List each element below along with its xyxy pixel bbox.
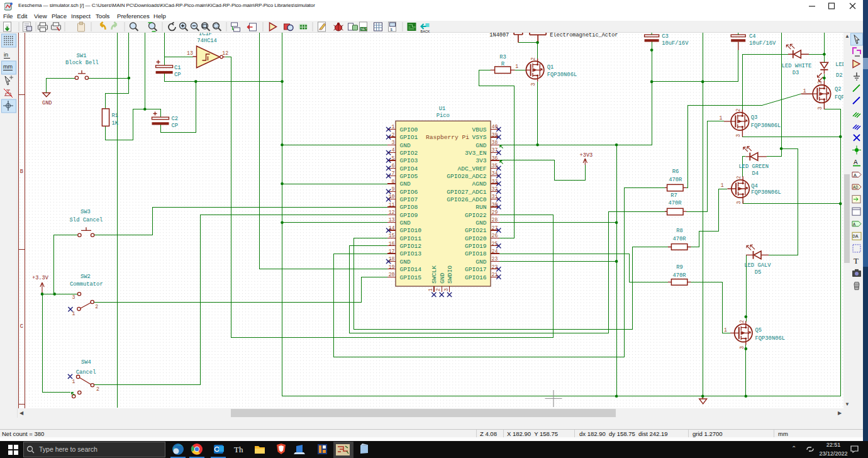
svg-text:GPIO0: GPIO0 — [400, 126, 418, 133]
svg-text:5: 5 — [392, 155, 395, 161]
svg-text:2: 2 — [96, 386, 99, 392]
svg-text:25: 25 — [492, 241, 498, 247]
svg-text:Q3: Q3 — [751, 114, 758, 121]
svg-text:20: 20 — [389, 272, 395, 277]
svg-text:18: 18 — [389, 256, 395, 262]
svg-text:B: B — [20, 169, 23, 175]
svg-text:3: 3 — [739, 346, 745, 349]
svg-text:3: 3 — [735, 134, 741, 137]
svg-text:IC1F: IC1F — [199, 33, 212, 37]
svg-text:CP: CP — [174, 72, 181, 78]
svg-text:470R: 470R — [669, 177, 682, 183]
svg-text:3: 3 — [817, 107, 823, 110]
svg-text:26: 26 — [492, 233, 498, 238]
svg-text:Q4: Q4 — [751, 183, 758, 189]
svg-text:R8: R8 — [676, 228, 683, 234]
svg-text:36: 36 — [492, 155, 498, 161]
svg-text:19: 19 — [389, 264, 395, 270]
svg-text:13: 13 — [389, 217, 395, 223]
svg-text:2: 2 — [392, 132, 395, 138]
svg-text:GPIO13: GPIO13 — [400, 250, 422, 257]
svg-text:1: 1 — [721, 182, 724, 188]
svg-text:30: 30 — [492, 202, 498, 208]
svg-text:39: 39 — [492, 132, 498, 138]
svg-text:GND: GND — [476, 142, 487, 149]
svg-text:1: 1 — [803, 88, 806, 94]
svg-text:D2: D2 — [836, 72, 843, 79]
svg-text:14: 14 — [389, 225, 395, 231]
svg-text:R9: R9 — [676, 264, 683, 271]
svg-text:2: 2 — [95, 304, 98, 310]
svg-text:Th: Th — [234, 445, 243, 454]
svg-text:29: 29 — [492, 209, 498, 215]
svg-text:7: 7 — [392, 170, 395, 176]
svg-text:FQP30N06L: FQP30N06L — [547, 72, 577, 78]
svg-text:DA: DA — [852, 233, 859, 239]
svg-text:6: 6 — [392, 163, 395, 169]
svg-text:Block Bell: Block Bell — [65, 60, 99, 66]
svg-text:22: 22 — [492, 264, 498, 270]
svg-text:+3.3V: +3.3V — [32, 275, 49, 281]
svg-text:VBUS: VBUS — [472, 126, 486, 133]
svg-text:Sld Cancel: Sld Cancel — [70, 217, 103, 223]
svg-text:GPIO14: GPIO14 — [400, 266, 422, 273]
svg-text:SWCLK: SWCLK — [431, 265, 438, 284]
svg-text:GPIO22: GPIO22 — [465, 212, 487, 219]
svg-text:T: T — [854, 256, 859, 265]
svg-text:470R: 470R — [672, 272, 686, 279]
svg-text:AGND: AGND — [472, 181, 486, 187]
svg-text:GPIO20: GPIO20 — [465, 235, 487, 242]
svg-text:SW2: SW2 — [81, 274, 91, 280]
svg-text:GPIO11: GPIO11 — [400, 235, 422, 242]
svg-text:GPIO12: GPIO12 — [400, 243, 422, 250]
svg-text:GPIO26_ADC0: GPIO26_ADC0 — [447, 196, 487, 203]
svg-text:10: 10 — [389, 194, 395, 199]
svg-text:FQP30N06L: FQP30N06L — [755, 335, 786, 342]
svg-text:37: 37 — [492, 147, 498, 153]
svg-text:FQP30N06L: FQP30N06L — [751, 123, 781, 129]
svg-text:3V3_EN: 3V3_EN — [465, 150, 487, 157]
svg-text:17: 17 — [389, 249, 395, 254]
svg-text:GPIO7: GPIO7 — [400, 196, 418, 203]
svg-text:VSYS: VSYS — [472, 134, 486, 141]
svg-text:GPIO4: GPIO4 — [400, 165, 418, 172]
svg-text:16: 16 — [389, 241, 395, 247]
svg-text:GPIO21: GPIO21 — [465, 227, 487, 234]
svg-text:LED WHITE: LED WHITE — [782, 63, 812, 69]
svg-text:R3: R3 — [499, 54, 506, 60]
svg-text:R1: R1 — [112, 113, 119, 119]
svg-text:GPIO18: GPIO18 — [465, 250, 487, 257]
svg-text:GPIO9: GPIO9 — [400, 212, 418, 219]
svg-text:GPIO5: GPIO5 — [400, 173, 418, 180]
svg-text:1: 1 — [720, 115, 723, 121]
svg-text:D5: D5 — [755, 269, 762, 276]
svg-text:R: R — [501, 61, 505, 67]
svg-text:R6: R6 — [672, 169, 679, 175]
svg-text:3: 3 — [736, 201, 742, 204]
svg-text:Raspberry Pi: Raspberry Pi — [426, 134, 469, 141]
svg-text:A: A — [854, 159, 858, 166]
svg-text:LED GREEN: LED GREEN — [738, 164, 769, 170]
svg-text:+3V3: +3V3 — [580, 152, 593, 159]
svg-text:38: 38 — [492, 140, 498, 145]
svg-text:C1: C1 — [174, 65, 181, 71]
svg-text:2: 2 — [739, 320, 745, 323]
svg-text:GPIO10: GPIO10 — [400, 227, 422, 234]
svg-text:AD: AD — [853, 185, 858, 190]
svg-text:FQP30N06L: FQP30N06L — [835, 94, 843, 101]
svg-text:RUN: RUN — [476, 204, 486, 211]
svg-text:2: 2 — [736, 176, 742, 179]
svg-text:3: 3 — [443, 288, 449, 291]
svg-text:1: 1 — [72, 379, 75, 384]
svg-text:GND: GND — [400, 220, 411, 226]
svg-text:C3: C3 — [662, 33, 669, 40]
svg-text:74HC14: 74HC14 — [197, 38, 217, 44]
svg-text:2: 2 — [435, 288, 441, 291]
svg-text:1: 1 — [428, 288, 433, 291]
svg-text:C: C — [20, 323, 23, 330]
svg-text:Commutator: Commutator — [70, 281, 103, 288]
svg-text:1N4007: 1N4007 — [489, 33, 509, 38]
svg-text:GPIO6: GPIO6 — [400, 189, 418, 196]
svg-text:Q1: Q1 — [547, 64, 554, 70]
svg-text:40: 40 — [492, 124, 498, 130]
